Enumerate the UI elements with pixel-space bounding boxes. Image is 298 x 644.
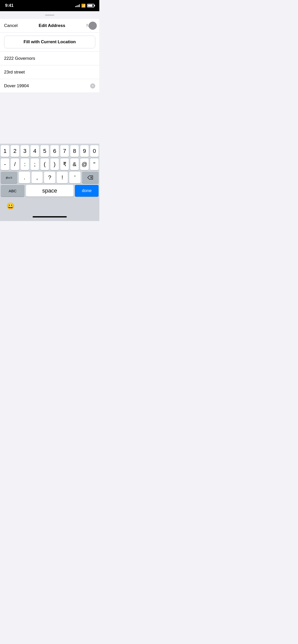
key-minus[interactable]: - (1, 158, 9, 170)
key-7[interactable]: 7 (60, 145, 69, 157)
key-abc[interactable]: ABC (1, 185, 24, 197)
key-2[interactable]: 2 (11, 145, 19, 157)
key-ampersand[interactable]: & (70, 158, 79, 170)
key-open-paren[interactable]: ( (40, 158, 49, 170)
wifi-icon: 📶 (81, 4, 86, 8)
key-1[interactable]: 1 (1, 145, 9, 157)
key-quote[interactable]: " (90, 158, 99, 170)
status-time: 9:41 (5, 3, 13, 8)
key-at[interactable]: @ (80, 158, 89, 170)
key-colon[interactable]: : (21, 158, 29, 170)
clear-button[interactable] (90, 83, 95, 89)
home-indicator (0, 212, 99, 221)
content-area: Fill with Current Location 2222 Governor… (0, 33, 99, 93)
keyboard-row-punct: #+= . , ? ! ' (0, 170, 99, 183)
key-apostrophe[interactable]: ' (69, 172, 80, 183)
empty-space (0, 93, 99, 144)
emoji-button[interactable]: 😀 (5, 201, 16, 211)
status-icons: 📶 (75, 4, 94, 8)
key-8[interactable]: 8 (70, 145, 79, 157)
keyboard: 1 2 3 4 5 6 7 8 9 0 - / : ; ( ) ₹ & @ " … (0, 144, 99, 212)
key-3[interactable]: 3 (21, 145, 29, 157)
keyboard-row-bottom: ABC space done (0, 183, 99, 199)
key-semicolon[interactable]: ; (31, 158, 39, 170)
key-5[interactable]: 5 (40, 145, 49, 157)
key-close-paren[interactable]: ) (50, 158, 59, 170)
key-hash-mode[interactable]: #+= (1, 172, 17, 183)
key-exclamation[interactable]: ! (57, 172, 68, 183)
keyboard-row-symbols: - / : ; ( ) ₹ & @ " (0, 157, 99, 170)
keyboard-row-numbers: 1 2 3 4 5 6 7 8 9 0 (0, 144, 99, 157)
fill-button-wrapper: Fill with Current Location (0, 33, 99, 52)
address-line2: 23rd street (4, 70, 25, 75)
next-button-wrapper: Next (86, 23, 95, 28)
battery-icon (87, 4, 94, 7)
address-city-zip: Dover 19904 (4, 83, 29, 89)
key-question[interactable]: ? (44, 172, 55, 183)
key-slash[interactable]: / (11, 158, 19, 170)
key-rupee[interactable]: ₹ (60, 158, 69, 170)
home-bar (33, 216, 67, 217)
cancel-button[interactable]: Cancel (4, 23, 18, 28)
key-space[interactable]: space (26, 185, 73, 197)
address-field-2[interactable]: 23rd street (0, 65, 99, 79)
key-9[interactable]: 9 (80, 145, 89, 157)
fill-location-button[interactable]: Fill with Current Location (4, 36, 95, 48)
key-0[interactable]: 0 (90, 145, 99, 157)
nav-title: Edit Address (39, 23, 65, 28)
address-field-3[interactable]: Dover 19904 (0, 79, 99, 93)
next-button[interactable]: Next (86, 23, 95, 28)
signal-icon (75, 4, 80, 7)
status-bar: 9:41 📶 (0, 0, 99, 11)
address-line1: 2222 Governors (4, 56, 35, 61)
nav-bar: Cancel Edit Address Next (0, 19, 99, 33)
key-period[interactable]: . (19, 172, 30, 183)
pull-pill (45, 14, 54, 16)
key-done[interactable]: done (75, 185, 99, 197)
keyboard-bottom-bar: 😀 (0, 199, 99, 212)
address-field-1[interactable]: 2222 Governors (0, 52, 99, 65)
backspace-key[interactable] (82, 172, 99, 183)
key-4[interactable]: 4 (31, 145, 39, 157)
key-6[interactable]: 6 (50, 145, 59, 157)
pull-indicator (0, 11, 99, 19)
key-comma[interactable]: , (32, 172, 43, 183)
